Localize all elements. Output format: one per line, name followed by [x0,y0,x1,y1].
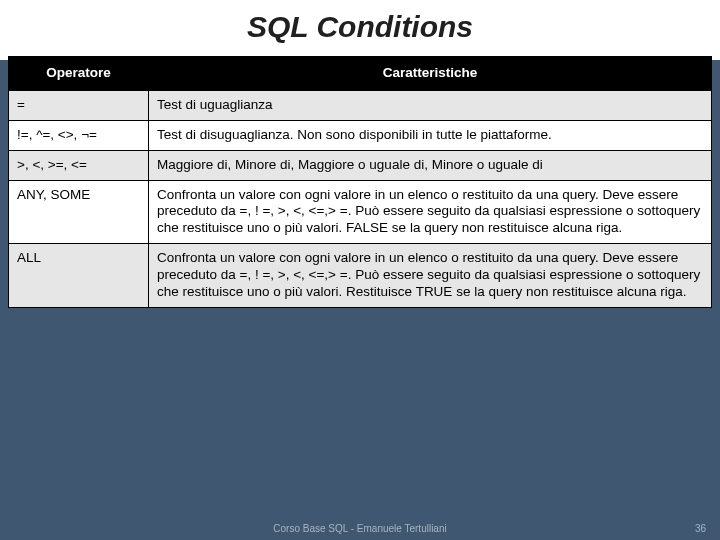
cell-description: Maggiore di, Minore di, Maggiore o ugual… [149,150,712,180]
cell-description: Test di uguaglianza [149,90,712,120]
page-title: SQL Conditions [0,10,720,44]
cell-operator: ANY, SOME [9,180,149,244]
cell-description: Confronta un valore con ogni valore in u… [149,180,712,244]
slide: SQL Conditions Operatore Caratteristiche… [0,0,720,540]
header-caratteristiche: Caratteristiche [149,57,712,91]
table-row: >, <, >=, <= Maggiore di, Minore di, Mag… [9,150,712,180]
cell-operator: !=, ^=, <>, ¬= [9,120,149,150]
table-row: ALL Confronta un valore con ogni valore … [9,244,712,308]
header-operatore: Operatore [9,57,149,91]
table-row: !=, ^=, <>, ¬= Test di disuguaglianza. N… [9,120,712,150]
cell-operator: ALL [9,244,149,308]
cell-operator: >, <, >=, <= [9,150,149,180]
cell-description: Test di disuguaglianza. Non sono disponi… [149,120,712,150]
footer-text: Corso Base SQL - Emanuele Tertulliani [0,523,720,534]
cell-description: Confronta un valore con ogni valore in u… [149,244,712,308]
table-row: ANY, SOME Confronta un valore con ogni v… [9,180,712,244]
conditions-table-wrap: Operatore Caratteristiche = Test di ugua… [8,56,712,308]
conditions-table: Operatore Caratteristiche = Test di ugua… [8,56,712,308]
table-header-row: Operatore Caratteristiche [9,57,712,91]
cell-operator: = [9,90,149,120]
table-row: = Test di uguaglianza [9,90,712,120]
page-number: 36 [695,523,706,534]
